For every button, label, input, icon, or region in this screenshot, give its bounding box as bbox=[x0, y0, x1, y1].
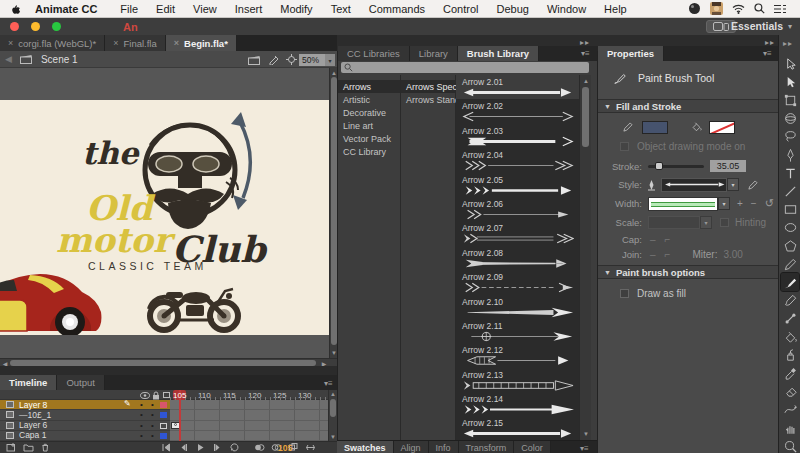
stroke-style-preview[interactable] bbox=[661, 178, 727, 192]
eraser-tool[interactable] bbox=[781, 383, 799, 401]
step-forward-button[interactable] bbox=[212, 442, 223, 453]
delete-layer-button[interactable] bbox=[40, 442, 51, 453]
selection-tool[interactable] bbox=[781, 73, 799, 91]
brush-item-arrow-2-13[interactable]: Arrow 2.13 bbox=[456, 368, 579, 392]
lock-layers-icon[interactable] bbox=[152, 391, 160, 400]
line-tool[interactable] bbox=[781, 182, 799, 200]
draw-as-fill-checkbox[interactable] bbox=[620, 289, 629, 298]
tab-properties[interactable]: Properties bbox=[598, 46, 664, 61]
layer-visibility-dot[interactable]: • bbox=[140, 421, 143, 431]
tab-cc-libraries[interactable]: CC Libraries bbox=[338, 46, 410, 61]
brush-item-arrow-2-05[interactable]: Arrow 2.05 bbox=[456, 173, 579, 197]
zoom-dropdown-button[interactable]: ▾ bbox=[325, 54, 335, 66]
brush-item-arrow-2-10[interactable]: Arrow 2.10 bbox=[456, 295, 579, 319]
oval-tool[interactable] bbox=[781, 219, 799, 237]
close-tab-icon[interactable]: × bbox=[113, 38, 118, 48]
eyedropper-tool[interactable] bbox=[781, 364, 799, 382]
panel-menu-icon[interactable]: ▾≡ bbox=[763, 49, 772, 58]
reset-width-profile-button[interactable]: ↺ bbox=[765, 197, 774, 210]
brush-item-arrow-2-15[interactable]: Arrow 2.15 bbox=[456, 416, 579, 440]
layer-row-layer-8[interactable]: Layer 8✎•• bbox=[0, 400, 337, 410]
document-tab-corgi-fla-webgl-[interactable]: ×corgi.fla (WebGL)* bbox=[0, 35, 105, 51]
free-transform-tool[interactable] bbox=[781, 91, 799, 109]
brush-item-arrow-2-03[interactable]: Arrow 2.03 bbox=[456, 124, 579, 148]
app-name[interactable]: Animate CC bbox=[35, 3, 97, 15]
brush-list-scrollbar[interactable]: ▲ ▼ bbox=[579, 75, 591, 440]
brush-item-arrow-2-14[interactable]: Arrow 2.14 bbox=[456, 392, 579, 416]
menu-help[interactable]: Help bbox=[595, 3, 636, 15]
zoom-tool[interactable] bbox=[781, 437, 799, 453]
bone-tool[interactable] bbox=[781, 310, 799, 328]
brush-category-cc-library[interactable]: CC Library bbox=[338, 145, 400, 158]
cap-option-icon[interactable]: ⌐ bbox=[665, 234, 671, 245]
wifi-icon[interactable] bbox=[732, 4, 745, 14]
panel-menu-icon[interactable]: ▾≡ bbox=[581, 49, 590, 58]
width-profile-preview[interactable] bbox=[648, 197, 718, 211]
layer-visibility-dot[interactable]: • bbox=[140, 400, 143, 410]
subselection-tool[interactable] bbox=[781, 55, 799, 73]
paint-brush-tool[interactable] bbox=[781, 273, 799, 291]
apple-menu-icon[interactable] bbox=[10, 3, 21, 15]
brush-tool[interactable] bbox=[781, 292, 799, 310]
menu-text[interactable]: Text bbox=[322, 3, 360, 15]
width-profile-dropdown[interactable]: ▾ bbox=[718, 197, 730, 210]
width-tool[interactable] bbox=[781, 401, 799, 419]
hand-tool[interactable] bbox=[781, 419, 799, 437]
lasso-tool[interactable] bbox=[781, 128, 799, 146]
menu-control[interactable]: Control bbox=[434, 3, 487, 15]
document-tab-final-fla[interactable]: ×Final.fla bbox=[105, 35, 166, 51]
scale-dropdown-button[interactable]: ▾ bbox=[700, 216, 712, 229]
tab-timeline[interactable]: Timeline bbox=[0, 375, 57, 390]
pen-tool[interactable] bbox=[781, 146, 799, 164]
center-frame-icon[interactable] bbox=[286, 54, 297, 65]
layer-visibility-dot[interactable]: • bbox=[140, 410, 143, 420]
canvas-pasteboard[interactable]: the Old motor Club CLASSIC TEAM bbox=[0, 68, 337, 375]
layer-frames[interactable] bbox=[170, 421, 328, 431]
show-hide-layers-icon[interactable] bbox=[140, 392, 150, 399]
outline-layers-icon[interactable] bbox=[163, 392, 170, 398]
layer-lock-dot[interactable]: • bbox=[151, 421, 154, 431]
new-layer-button[interactable] bbox=[6, 442, 17, 453]
user-avatar[interactable] bbox=[710, 2, 723, 15]
join-option-icon[interactable]: ⌐ bbox=[665, 249, 671, 260]
workspace-switcher[interactable]: Essentials ▾ bbox=[731, 20, 792, 32]
brush-category-vector-pack[interactable]: Vector Pack bbox=[338, 132, 400, 145]
brush-subcategory-arrows-standard[interactable]: Arrows Standard bbox=[401, 93, 455, 106]
stroke-size-slider[interactable] bbox=[648, 165, 704, 168]
stage-artwork[interactable]: the Old motor Club CLASSIC TEAM bbox=[0, 100, 330, 335]
menu-commands[interactable]: Commands bbox=[360, 3, 434, 15]
brush-category-arrows[interactable]: Arrows bbox=[338, 80, 400, 93]
new-folder-button[interactable] bbox=[23, 442, 34, 453]
go-first-frame-button[interactable] bbox=[161, 442, 172, 453]
polystar-tool[interactable] bbox=[781, 237, 799, 255]
brush-item-arrow-2-11[interactable]: Arrow 2.11 bbox=[456, 319, 579, 343]
onion-skin-button[interactable] bbox=[254, 442, 265, 453]
back-arrow-icon[interactable]: ◀ bbox=[5, 54, 12, 64]
modify-markers-button[interactable] bbox=[305, 442, 316, 453]
layer-outline-color[interactable] bbox=[160, 412, 167, 418]
edit-symbols-icon[interactable] bbox=[268, 54, 280, 65]
tab-output[interactable]: Output bbox=[57, 375, 105, 390]
close-tab-icon[interactable]: × bbox=[174, 38, 179, 48]
rectangle-tool[interactable] bbox=[781, 201, 799, 219]
brush-item-arrow-2-06[interactable]: Arrow 2.06 bbox=[456, 197, 579, 221]
object-drawing-checkbox[interactable] bbox=[620, 142, 629, 151]
zoom-level-input[interactable]: 50% bbox=[299, 54, 325, 66]
brush-item-arrow-2-12[interactable]: Arrow 2.12 bbox=[456, 343, 579, 367]
collapse-panel-icon[interactable]: ▸▸ bbox=[783, 39, 793, 48]
tab-swatches[interactable]: Swatches bbox=[337, 441, 394, 453]
menu-edit[interactable]: Edit bbox=[147, 3, 184, 15]
hinting-checkbox[interactable] bbox=[720, 218, 729, 227]
menu-insert[interactable]: Insert bbox=[226, 3, 272, 15]
menu-file[interactable]: File bbox=[111, 3, 147, 15]
edit-scene-icon[interactable] bbox=[248, 55, 261, 65]
brush-subcategory-arrows-special[interactable]: Arrows Special bbox=[401, 80, 455, 93]
section-paint-brush-options[interactable]: ▼ Paint brush options bbox=[598, 265, 779, 279]
tab-align[interactable]: Align bbox=[394, 441, 429, 453]
cap-option-icon[interactable]: – bbox=[650, 234, 656, 245]
panel-menu-icon[interactable]: ▾≡ bbox=[580, 444, 589, 453]
notification-list-icon[interactable] bbox=[774, 4, 786, 14]
fill-color-swatch-none[interactable] bbox=[709, 121, 735, 134]
brush-item-arrow-2-01[interactable]: Arrow 2.01 bbox=[456, 75, 579, 99]
close-window-button[interactable] bbox=[10, 22, 19, 31]
